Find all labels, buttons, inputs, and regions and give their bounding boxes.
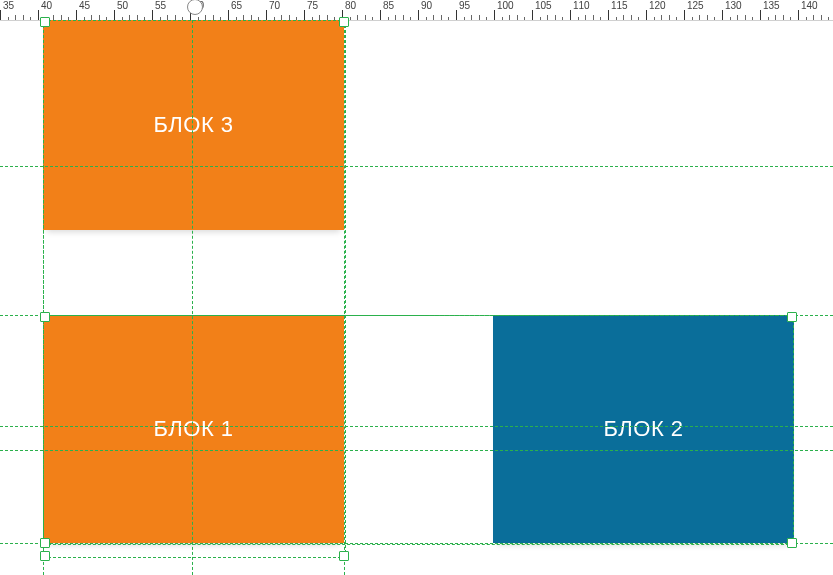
ruler-tick-label: 100 [497,1,514,11]
ruler-tick-label: 125 [687,1,704,11]
resize-handle[interactable] [40,17,50,27]
horizontal-guide[interactable] [0,315,833,316]
ruler-tick-label: 45 [79,1,90,11]
ruler-tick-label: 85 [383,1,394,11]
ruler-tick-label: 60 [193,1,204,11]
ruler-tick-label: 40 [41,1,52,11]
horizontal-ruler[interactable]: 3540455055606570758085909510010511011512… [0,0,833,21]
resize-handle[interactable] [339,17,349,27]
ruler-tick-label: 140 [801,1,818,11]
ruler-tick-label: 70 [269,1,280,11]
ruler-tick-label: 95 [459,1,470,11]
horizontal-guide[interactable] [0,543,833,544]
ruler-tick-label: 120 [649,1,666,11]
ruler-tick-label: 50 [117,1,128,11]
horizontal-guide[interactable] [0,166,833,167]
block-2-label: БЛОК 2 [603,416,683,442]
resize-handle[interactable] [40,551,50,561]
resize-handle[interactable] [787,538,797,548]
block-2[interactable]: БЛОК 2 [493,315,794,543]
ruler-tick-label: 135 [763,1,780,11]
ruler-tick-label: 35 [3,1,14,11]
block-3[interactable]: БЛОК 3 [43,20,344,230]
resize-handle[interactable] [339,551,349,561]
ruler-tick-label: 130 [725,1,742,11]
horizontal-guide[interactable] [0,450,833,451]
ruler-tick-label: 75 [307,1,318,11]
ruler-tick-label: 90 [421,1,432,11]
design-canvas[interactable]: БЛОК 3 БЛОК 1 БЛОК 2 [0,20,833,575]
block-1-label: БЛОК 1 [153,416,233,442]
ruler-tick-label: 55 [155,1,166,11]
resize-handle[interactable] [40,312,50,322]
ruler-tick-label: 80 [345,1,356,11]
resize-handle[interactable] [787,312,797,322]
block-3-label: БЛОК 3 [153,112,233,138]
ruler-tick-label: 65 [231,1,242,11]
vertical-guide[interactable] [192,20,193,575]
vertical-guide[interactable] [43,20,44,575]
vertical-guide[interactable] [344,20,345,575]
ruler-tick-label: 115 [611,1,628,11]
ruler-tick-label: 110 [573,1,590,11]
resize-handle[interactable] [40,538,50,548]
horizontal-guide[interactable] [0,426,833,427]
block-1[interactable]: БЛОК 1 [43,315,344,543]
ruler-tick-label: 105 [535,1,552,11]
